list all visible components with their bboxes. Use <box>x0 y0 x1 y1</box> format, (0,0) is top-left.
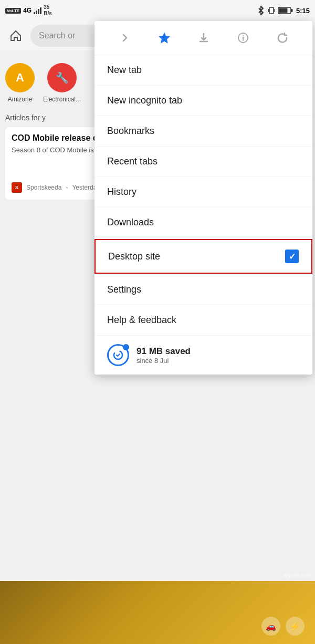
menu-item-new-tab[interactable]: New tab <box>94 55 312 86</box>
info-button[interactable] <box>234 28 253 47</box>
mb-since: since 8 Jul <box>136 357 191 365</box>
source-logo: S <box>12 182 22 193</box>
menu-label-desktop-site: Desktop site <box>108 251 160 262</box>
shortcut-electronical[interactable]: 🔧 Electronical... <box>43 63 81 103</box>
menu-item-settings[interactable]: Settings <box>94 275 312 305</box>
refresh-button[interactable] <box>273 28 292 47</box>
menu-label-settings: Settings <box>107 284 141 295</box>
amizone-label: Amizone <box>8 96 33 103</box>
menu-item-recent-tabs[interactable]: Recent tabs <box>94 147 312 177</box>
data-saver-icon <box>107 344 129 366</box>
vibrate-icon <box>268 6 275 15</box>
mb-amount: 91 MB saved <box>136 346 191 357</box>
desktop-site-checkbox[interactable]: ✓ <box>285 250 299 263</box>
electronical-icon: 🔧 <box>56 71 69 84</box>
menu-label-history: History <box>107 186 136 198</box>
menu-label-new-tab: New tab <box>107 65 142 76</box>
svg-rect-2 <box>274 9 275 12</box>
status-bar: VoLTE 4G 35 B/s 5:15 <box>0 0 315 21</box>
electronical-circle: 🔧 <box>47 63 77 92</box>
strip-icon-1[interactable]: 🚗 <box>261 617 280 636</box>
bottom-image-strip: 🚗 ⚡ wsxdn.com <box>0 581 315 644</box>
strip-icons: 🚗 ⚡ <box>261 617 304 636</box>
svg-point-7 <box>243 35 244 36</box>
article-source: Sportskeeda <box>26 184 61 191</box>
menu-item-new-incognito-tab[interactable]: New incognito tab <box>94 86 312 116</box>
mb-text-block: 91 MB saved since 8 Jul <box>136 346 191 365</box>
time-display: 5:15 <box>296 7 310 15</box>
strip-icon-2[interactable]: ⚡ <box>286 617 304 636</box>
signal-bars <box>34 7 41 14</box>
volte-badge: VoLTE <box>5 8 21 14</box>
amizone-initial: A <box>16 71 24 85</box>
svg-rect-0 <box>269 7 274 14</box>
svg-rect-1 <box>268 9 269 12</box>
bookmark-button[interactable] <box>155 28 174 47</box>
menu-label-help-feedback: Help & feedback <box>107 315 176 326</box>
network-type: 4G <box>23 7 32 14</box>
network-speed: 35 B/s <box>44 4 52 17</box>
menu-label-downloads: Downloads <box>107 217 154 228</box>
menu-item-downloads[interactable]: Downloads <box>94 207 312 238</box>
home-icon[interactable] <box>5 25 26 46</box>
svg-rect-4 <box>279 8 287 13</box>
mb-saved-row: 91 MB saved since 8 Jul <box>94 336 312 375</box>
amizone-circle: A <box>5 63 35 92</box>
svg-rect-5 <box>291 9 292 12</box>
dropdown-menu: New tab New incognito tab Bookmarks Rece… <box>94 21 312 375</box>
status-left: VoLTE 4G 35 B/s <box>5 4 52 17</box>
menu-label-recent-tabs: Recent tabs <box>107 156 158 167</box>
download-button[interactable] <box>194 28 213 47</box>
menu-toolbar <box>94 21 312 55</box>
menu-label-bookmarks: Bookmarks <box>107 126 154 137</box>
shortcut-amizone[interactable]: A Amizone <box>5 63 35 103</box>
search-text: Search or <box>39 31 75 40</box>
article-separator: - <box>66 184 68 191</box>
watermark: wsxdn.com <box>283 572 312 578</box>
menu-label-new-incognito-tab: New incognito tab <box>107 95 182 106</box>
menu-item-help-feedback[interactable]: Help & feedback <box>94 305 312 336</box>
menu-item-bookmarks[interactable]: Bookmarks <box>94 116 312 147</box>
menu-item-history[interactable]: History <box>94 177 312 207</box>
battery-icon <box>278 7 293 14</box>
electronical-label: Electronical... <box>43 96 81 103</box>
forward-button[interactable] <box>116 28 134 47</box>
bluetooth-icon <box>257 6 265 15</box>
menu-item-desktop-site[interactable]: Desktop site ✓ <box>94 239 312 274</box>
status-right: 5:15 <box>257 6 310 15</box>
